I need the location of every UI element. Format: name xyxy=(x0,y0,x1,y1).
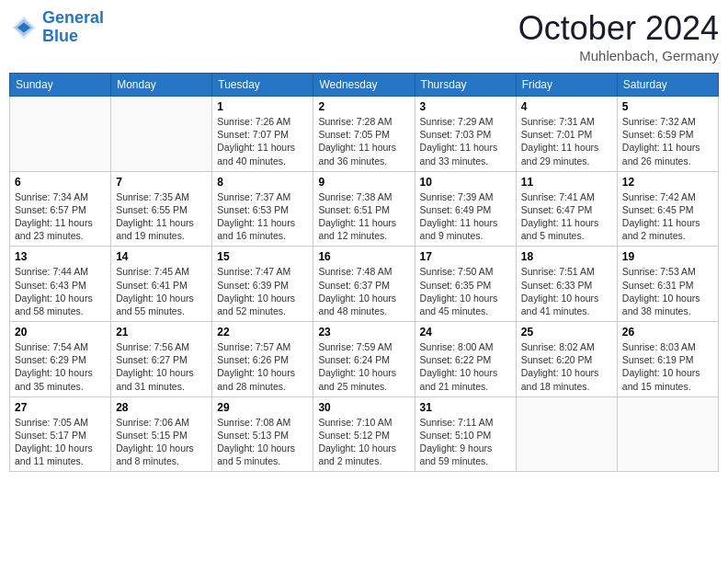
calendar-cell: 11Sunrise: 7:41 AM Sunset: 6:47 PM Dayli… xyxy=(516,171,617,247)
day-info: Sunrise: 7:34 AM Sunset: 6:57 PM Dayligh… xyxy=(15,190,106,243)
calendar-cell: 6Sunrise: 7:34 AM Sunset: 6:57 PM Daylig… xyxy=(10,171,111,247)
calendar-cell: 29Sunrise: 7:08 AM Sunset: 5:13 PM Dayli… xyxy=(212,396,313,472)
day-number: 4 xyxy=(521,100,612,113)
logo-icon xyxy=(9,13,39,42)
day-number: 31 xyxy=(420,401,511,414)
calendar-week-4: 20Sunrise: 7:54 AM Sunset: 6:29 PM Dayli… xyxy=(10,322,719,397)
day-header-saturday: Saturday xyxy=(617,74,718,97)
day-info: Sunrise: 7:31 AM Sunset: 7:01 PM Dayligh… xyxy=(521,115,612,167)
month-title: October 2024 xyxy=(518,9,719,48)
calendar-cell: 17Sunrise: 7:50 AM Sunset: 6:35 PM Dayli… xyxy=(415,247,516,322)
day-info: Sunrise: 7:26 AM Sunset: 7:07 PM Dayligh… xyxy=(217,115,308,167)
day-info: Sunrise: 8:03 AM Sunset: 6:19 PM Dayligh… xyxy=(622,340,713,393)
day-number: 24 xyxy=(420,326,511,339)
day-number: 21 xyxy=(116,326,207,339)
day-number: 9 xyxy=(318,176,409,189)
day-info: Sunrise: 7:48 AM Sunset: 6:37 PM Dayligh… xyxy=(318,265,409,317)
day-number: 20 xyxy=(15,326,106,339)
day-number: 8 xyxy=(217,176,308,189)
calendar-cell: 9Sunrise: 7:38 AM Sunset: 6:51 PM Daylig… xyxy=(313,171,415,247)
logo: General Blue xyxy=(9,9,104,46)
calendar-cell xyxy=(111,97,212,172)
calendar-cell: 3Sunrise: 7:29 AM Sunset: 7:03 PM Daylig… xyxy=(415,97,516,172)
day-info: Sunrise: 7:51 AM Sunset: 6:33 PM Dayligh… xyxy=(521,265,612,317)
day-info: Sunrise: 7:42 AM Sunset: 6:45 PM Dayligh… xyxy=(622,190,713,243)
calendar-cell: 5Sunrise: 7:32 AM Sunset: 6:59 PM Daylig… xyxy=(617,97,718,172)
day-number: 13 xyxy=(15,250,106,263)
calendar-cell: 10Sunrise: 7:39 AM Sunset: 6:49 PM Dayli… xyxy=(415,171,516,247)
day-info: Sunrise: 7:44 AM Sunset: 6:43 PM Dayligh… xyxy=(15,265,106,317)
day-number: 27 xyxy=(15,401,106,414)
day-number: 14 xyxy=(116,250,207,263)
calendar-cell: 30Sunrise: 7:10 AM Sunset: 5:12 PM Dayli… xyxy=(313,396,415,472)
day-number: 1 xyxy=(217,100,308,113)
day-info: Sunrise: 7:39 AM Sunset: 6:49 PM Dayligh… xyxy=(420,190,511,243)
day-number: 12 xyxy=(622,176,713,189)
day-header-wednesday: Wednesday xyxy=(313,74,415,97)
day-info: Sunrise: 7:50 AM Sunset: 6:35 PM Dayligh… xyxy=(420,265,511,317)
day-header-tuesday: Tuesday xyxy=(212,74,313,97)
calendar-cell: 18Sunrise: 7:51 AM Sunset: 6:33 PM Dayli… xyxy=(516,247,617,322)
calendar-cell: 23Sunrise: 7:59 AM Sunset: 6:24 PM Dayli… xyxy=(313,322,415,397)
calendar-cell: 12Sunrise: 7:42 AM Sunset: 6:45 PM Dayli… xyxy=(617,171,718,247)
day-info: Sunrise: 7:56 AM Sunset: 6:27 PM Dayligh… xyxy=(116,340,207,393)
calendar-cell: 14Sunrise: 7:45 AM Sunset: 6:41 PM Dayli… xyxy=(111,247,212,322)
calendar-cell: 8Sunrise: 7:37 AM Sunset: 6:53 PM Daylig… xyxy=(212,171,313,247)
day-number: 2 xyxy=(318,100,409,113)
day-info: Sunrise: 7:35 AM Sunset: 6:55 PM Dayligh… xyxy=(116,190,207,243)
calendar-cell: 2Sunrise: 7:28 AM Sunset: 7:05 PM Daylig… xyxy=(313,97,415,172)
calendar-cell: 16Sunrise: 7:48 AM Sunset: 6:37 PM Dayli… xyxy=(313,247,415,322)
day-number: 22 xyxy=(217,326,308,339)
day-number: 11 xyxy=(521,176,612,189)
calendar-cell: 31Sunrise: 7:11 AM Sunset: 5:10 PM Dayli… xyxy=(415,396,516,472)
day-info: Sunrise: 7:45 AM Sunset: 6:41 PM Dayligh… xyxy=(116,265,207,317)
day-number: 28 xyxy=(116,401,207,414)
day-info: Sunrise: 7:06 AM Sunset: 5:15 PM Dayligh… xyxy=(116,416,207,468)
calendar-cell: 20Sunrise: 7:54 AM Sunset: 6:29 PM Dayli… xyxy=(10,322,111,397)
day-number: 5 xyxy=(622,100,713,113)
day-number: 3 xyxy=(420,100,511,113)
calendar-cell: 22Sunrise: 7:57 AM Sunset: 6:26 PM Dayli… xyxy=(212,322,313,397)
day-number: 15 xyxy=(217,250,308,263)
calendar-cell: 27Sunrise: 7:05 AM Sunset: 5:17 PM Dayli… xyxy=(10,396,111,472)
calendar-table: SundayMondayTuesdayWednesdayThursdayFrid… xyxy=(9,73,719,472)
calendar-header-row: SundayMondayTuesdayWednesdayThursdayFrid… xyxy=(10,74,719,97)
day-info: Sunrise: 7:05 AM Sunset: 5:17 PM Dayligh… xyxy=(15,416,106,468)
day-number: 26 xyxy=(622,326,713,339)
calendar-week-2: 6Sunrise: 7:34 AM Sunset: 6:57 PM Daylig… xyxy=(10,171,719,247)
day-number: 16 xyxy=(318,250,409,263)
calendar-cell: 15Sunrise: 7:47 AM Sunset: 6:39 PM Dayli… xyxy=(212,247,313,322)
day-number: 7 xyxy=(116,176,207,189)
calendar-cell: 7Sunrise: 7:35 AM Sunset: 6:55 PM Daylig… xyxy=(111,171,212,247)
calendar-cell: 26Sunrise: 8:03 AM Sunset: 6:19 PM Dayli… xyxy=(617,322,718,397)
calendar-cell: 19Sunrise: 7:53 AM Sunset: 6:31 PM Dayli… xyxy=(617,247,718,322)
location: Muhlenbach, Germany xyxy=(518,48,719,63)
day-info: Sunrise: 7:54 AM Sunset: 6:29 PM Dayligh… xyxy=(15,340,106,393)
day-info: Sunrise: 7:41 AM Sunset: 6:47 PM Dayligh… xyxy=(521,190,612,243)
day-info: Sunrise: 7:57 AM Sunset: 6:26 PM Dayligh… xyxy=(217,340,308,393)
calendar-cell: 1Sunrise: 7:26 AM Sunset: 7:07 PM Daylig… xyxy=(212,97,313,172)
day-info: Sunrise: 7:10 AM Sunset: 5:12 PM Dayligh… xyxy=(318,416,409,468)
day-header-sunday: Sunday xyxy=(10,74,111,97)
calendar-cell: 25Sunrise: 8:02 AM Sunset: 6:20 PM Dayli… xyxy=(516,322,617,397)
calendar-cell xyxy=(516,396,617,472)
day-info: Sunrise: 7:08 AM Sunset: 5:13 PM Dayligh… xyxy=(217,416,308,468)
day-number: 19 xyxy=(622,250,713,263)
day-info: Sunrise: 7:47 AM Sunset: 6:39 PM Dayligh… xyxy=(217,265,308,317)
day-info: Sunrise: 7:59 AM Sunset: 6:24 PM Dayligh… xyxy=(318,340,409,393)
calendar-cell: 24Sunrise: 8:00 AM Sunset: 6:22 PM Dayli… xyxy=(415,322,516,397)
day-info: Sunrise: 7:28 AM Sunset: 7:05 PM Dayligh… xyxy=(318,115,409,167)
calendar-cell: 28Sunrise: 7:06 AM Sunset: 5:15 PM Dayli… xyxy=(111,396,212,472)
day-header-monday: Monday xyxy=(111,74,212,97)
day-info: Sunrise: 8:00 AM Sunset: 6:22 PM Dayligh… xyxy=(420,340,511,393)
calendar-cell xyxy=(617,396,718,472)
calendar-week-3: 13Sunrise: 7:44 AM Sunset: 6:43 PM Dayli… xyxy=(10,247,719,322)
calendar-cell: 4Sunrise: 7:31 AM Sunset: 7:01 PM Daylig… xyxy=(516,97,617,172)
day-info: Sunrise: 7:37 AM Sunset: 6:53 PM Dayligh… xyxy=(217,190,308,243)
day-number: 30 xyxy=(318,401,409,414)
day-info: Sunrise: 8:02 AM Sunset: 6:20 PM Dayligh… xyxy=(521,340,612,393)
day-header-friday: Friday xyxy=(516,74,617,97)
calendar-week-1: 1Sunrise: 7:26 AM Sunset: 7:07 PM Daylig… xyxy=(10,97,719,172)
day-number: 10 xyxy=(420,176,511,189)
day-number: 17 xyxy=(420,250,511,263)
